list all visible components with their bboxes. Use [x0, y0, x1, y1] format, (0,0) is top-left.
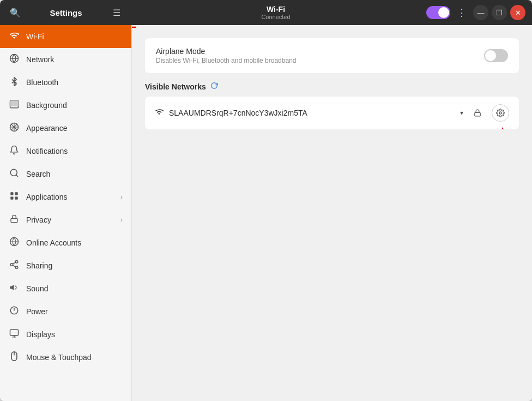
minimize-button[interactable]: —	[473, 5, 488, 20]
network-wifi-icon	[155, 107, 164, 118]
network-name: SLAAUMDRSrqR+7cnNocY3wJxi2m5TA	[169, 109, 455, 117]
sidebar-item-notifications[interactable]: Notifications	[0, 140, 131, 163]
sidebar-item-mouse-touchpad[interactable]: Mouse & Touchpad	[0, 346, 131, 369]
content-area: Airplane Mode Disables Wi-Fi, Bluetooth …	[132, 25, 532, 401]
maximize-button[interactable]: ❒	[492, 5, 507, 20]
svg-point-12	[10, 264, 13, 266]
visible-networks-card: SLAAUMDRSrqR+7cnNocY3wJxi2m5TA ▾	[145, 97, 519, 129]
background-icon	[9, 99, 20, 111]
titlebar-center: Wi-Fi Connected	[132, 5, 420, 20]
applications-icon	[9, 191, 20, 203]
svg-point-13	[15, 266, 18, 269]
network-settings-button[interactable]	[492, 104, 509, 122]
sidebar-network-label: Network	[26, 55, 123, 64]
context-menu-button[interactable]: ⋮	[454, 4, 470, 21]
network-dropdown-arrow[interactable]: ▾	[460, 109, 463, 117]
sidebar-background-label: Background	[26, 101, 123, 110]
sidebar-search-label: Search	[26, 170, 123, 178]
connection-status: Connected	[261, 14, 290, 20]
airplane-mode-text: Airplane Mode Disables Wi-Fi, Bluetooth …	[156, 47, 484, 64]
airplane-mode-card: Airplane Mode Disables Wi-Fi, Bluetooth …	[145, 38, 519, 73]
wifi-icon	[9, 31, 20, 43]
wifi-toggle-knob	[438, 7, 449, 18]
svg-rect-6	[15, 192, 18, 195]
network-lock-icon	[472, 109, 483, 117]
airplane-toggle-knob	[485, 50, 496, 61]
main-content: Wi-Fi Network	[0, 25, 532, 401]
mouse-icon	[9, 351, 20, 363]
sidebar-notifications-label: Notifications	[26, 147, 123, 155]
titlebar-left: 🔍 Settings ☰	[0, 4, 132, 21]
sidebar-privacy-label: Privacy	[26, 216, 114, 224]
sidebar-item-privacy[interactable]: Privacy ›	[0, 208, 131, 231]
sidebar-item-displays[interactable]: Displays	[0, 323, 131, 346]
sidebar-item-sharing[interactable]: Sharing	[0, 254, 131, 277]
refresh-icon[interactable]	[210, 82, 218, 91]
svg-rect-8	[15, 197, 18, 200]
privacy-chevron: ›	[120, 216, 123, 224]
sidebar-item-search[interactable]: Search	[0, 163, 131, 185]
page-title: Wi-Fi	[267, 5, 285, 14]
power-icon	[9, 306, 20, 318]
close-button[interactable]: ✕	[510, 5, 525, 20]
svg-rect-7	[10, 197, 13, 200]
svg-rect-5	[10, 192, 13, 195]
privacy-icon	[9, 214, 20, 226]
svg-point-21	[499, 112, 501, 114]
sound-icon	[9, 283, 20, 295]
svg-rect-2	[10, 100, 19, 106]
sidebar-sound-label: Sound	[26, 284, 123, 293]
search-icon	[9, 168, 20, 180]
network-row: SLAAUMDRSrqR+7cnNocY3wJxi2m5TA ▾	[145, 97, 519, 129]
airplane-mode-subtitle: Disables Wi-Fi, Bluetooth and mobile bro…	[156, 57, 484, 64]
sidebar-item-power[interactable]: Power	[0, 300, 131, 323]
sidebar-item-background[interactable]: Background	[0, 94, 131, 117]
svg-rect-20	[475, 112, 481, 116]
airplane-mode-row: Airplane Mode Disables Wi-Fi, Bluetooth …	[145, 38, 519, 73]
sidebar-item-sound[interactable]: Sound	[0, 277, 131, 300]
sidebar-applications-label: Applications	[26, 193, 114, 201]
sidebar-power-label: Power	[26, 307, 123, 316]
sidebar-mouse-touchpad-label: Mouse & Touchpad	[26, 353, 123, 362]
sidebar-item-applications[interactable]: Applications ›	[0, 185, 131, 208]
bluetooth-icon	[9, 76, 20, 88]
notifications-icon	[9, 145, 20, 157]
airplane-mode-title: Airplane Mode	[156, 47, 484, 56]
svg-rect-9	[11, 218, 17, 222]
applications-chevron: ›	[120, 193, 123, 201]
appearance-icon	[9, 122, 20, 134]
visible-networks-title: Visible Networks	[145, 82, 206, 91]
titlebar-search-button[interactable]: 🔍	[7, 4, 24, 21]
sidebar-online-accounts-label: Online Accounts	[26, 238, 123, 247]
sidebar-sharing-label: Sharing	[26, 261, 123, 270]
sidebar-wifi-label: Wi-Fi	[26, 32, 123, 41]
app-title: Settings	[29, 8, 102, 17]
svg-point-11	[15, 261, 18, 264]
svg-marker-14	[10, 285, 14, 291]
sidebar-item-bluetooth[interactable]: Bluetooth	[0, 71, 131, 94]
sidebar-item-network[interactable]: Network	[0, 48, 131, 71]
online-accounts-icon	[9, 237, 20, 249]
hamburger-button[interactable]: ☰	[108, 4, 125, 21]
sidebar-item-wifi[interactable]: Wi-Fi	[0, 25, 131, 48]
sidebar-appearance-label: Appearance	[26, 124, 123, 133]
sidebar-bluetooth-label: Bluetooth	[26, 78, 123, 87]
wifi-toggle-header[interactable]	[426, 6, 450, 19]
sharing-icon	[9, 260, 20, 272]
titlebar: 🔍 Settings ☰ Wi-Fi Connected ⋮ — ❒ ✕	[0, 0, 532, 25]
svg-rect-16	[10, 330, 19, 336]
airplane-mode-toggle[interactable]	[484, 49, 508, 62]
sidebar-displays-label: Displays	[26, 330, 123, 339]
sidebar: Wi-Fi Network	[0, 25, 132, 401]
displays-icon	[9, 328, 20, 340]
visible-networks-header: Visible Networks	[145, 82, 519, 91]
sidebar-item-online-accounts[interactable]: Online Accounts	[0, 231, 131, 254]
titlebar-right: ⋮ — ❒ ✕	[420, 4, 532, 21]
sidebar-item-appearance[interactable]: Appearance	[0, 117, 131, 140]
network-icon	[9, 53, 20, 65]
